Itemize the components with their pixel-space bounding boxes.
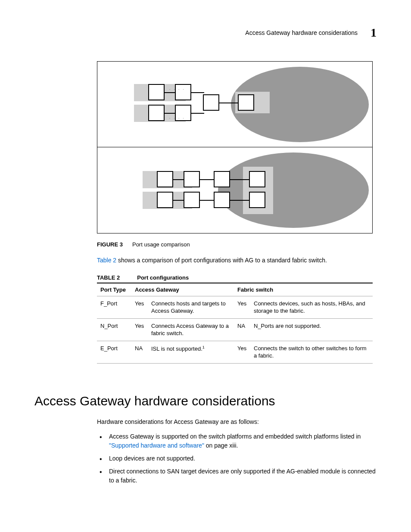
table-ref-link[interactable]: Table 2 (97, 257, 116, 264)
cell-fs-yn: NA (234, 318, 250, 341)
paragraph-table-intro: Table 2 shows a comparison of port confi… (97, 256, 377, 265)
cell-fs-yn: Yes (234, 341, 250, 363)
chapter-number: 1 (371, 26, 377, 40)
figure-diagram: . . . . . . . . (97, 61, 373, 233)
cell-ag-desc: Connects Access Gateway to a fabric swit… (148, 318, 234, 341)
section-heading: Access Gateway hardware considerations (34, 394, 377, 408)
diagram-bottom (97, 147, 372, 233)
th-port-type: Port Type (97, 283, 131, 296)
figure-caption: FIGURE 3 Port usage comparison (97, 241, 377, 248)
cell-port-type: E_Port (97, 341, 131, 363)
cell-fs-desc: N_Ports are not supported. (250, 318, 373, 341)
figure-caption-text: Port usage comparison (132, 241, 190, 248)
table-row: E_Port NA ISL is not supported.1 Yes Con… (97, 341, 373, 363)
cell-ag-yn: Yes (131, 296, 148, 318)
cell-ag-yn: Yes (131, 318, 148, 341)
cell-fs-yn: Yes (234, 296, 250, 318)
header-text: Access Gateway hardware considerations (245, 29, 358, 36)
table-caption-text: Port configurations (137, 274, 189, 281)
cell-ag-desc: Connects hosts and targets to Access Gat… (148, 296, 234, 318)
cell-ag-yn: NA (131, 341, 148, 363)
diagram-top: . . . . . . . . (97, 62, 372, 147)
intro-paragraph: Hardware considerations for Access Gatew… (97, 418, 377, 426)
table-row: F_Port Yes Connects hosts and targets to… (97, 296, 373, 318)
running-header: Access Gateway hardware considerations 1 (34, 26, 377, 40)
para-text: shows a comparison of port configuration… (116, 257, 327, 264)
table-caption: TABLE 2 Port configurations (97, 274, 377, 281)
list-item: Loop devices are not supported. (97, 454, 377, 463)
table-row: N_Port Yes Connects Access Gateway to a … (97, 318, 373, 341)
cell-ag-desc: ISL is not supported.1 (148, 341, 234, 363)
figure-label: FIGURE 3 (97, 241, 123, 248)
port-config-table: Port Type Access Gateway Fabric switch F… (97, 283, 373, 364)
supported-hw-link[interactable]: "Supported hardware and software" (109, 442, 204, 449)
cell-fs-desc: Connects the switch to other switches to… (250, 341, 373, 363)
th-fabric-switch: Fabric switch (234, 283, 373, 296)
cell-fs-desc: Connects devices, such as hosts, HBAs, a… (250, 296, 373, 318)
list-item: Access Gateway is supported on the switc… (97, 432, 377, 450)
bullet-list: Access Gateway is supported on the switc… (97, 432, 377, 484)
table-label: TABLE 2 (97, 274, 120, 281)
cell-port-type: N_Port (97, 318, 131, 341)
list-item: Direct connections to SAN target devices… (97, 467, 377, 485)
cell-port-type: F_Port (97, 296, 131, 318)
th-access-gateway: Access Gateway (131, 283, 234, 296)
